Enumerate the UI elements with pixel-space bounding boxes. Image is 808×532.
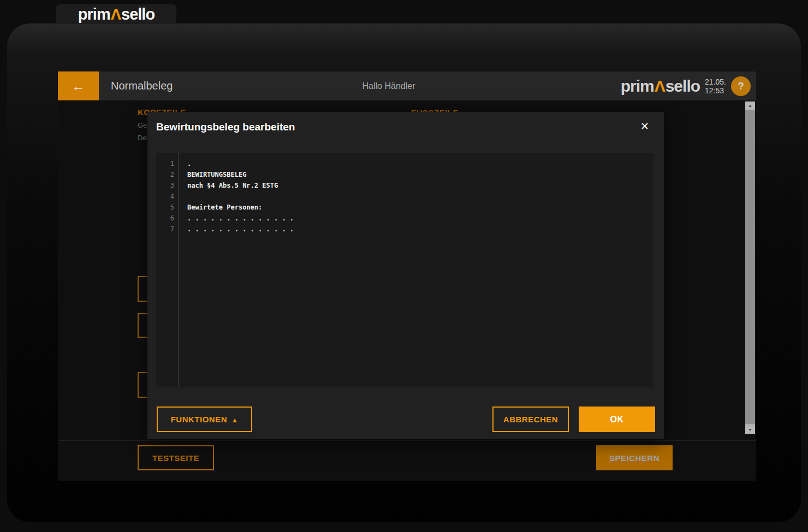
logo-caret-icon: Λ bbox=[654, 77, 666, 95]
time-text: 12:53 bbox=[705, 86, 726, 95]
ok-button[interactable]: OK bbox=[579, 407, 655, 432]
scroll-up-icon: ▲ bbox=[748, 104, 752, 107]
back-button[interactable]: ← bbox=[58, 71, 99, 100]
close-icon: ✕ bbox=[640, 121, 649, 132]
back-arrow-icon: ← bbox=[72, 79, 85, 94]
help-icon: ? bbox=[738, 80, 744, 92]
bewirtungsbeleg-dialog: Bewirtungsbeleg bearbeiten ✕ 1 2 3 4 5 6… bbox=[147, 112, 664, 439]
logo-text-suffix: sello bbox=[121, 5, 155, 23]
app-header: ← Normalbeleg Hallo Händler primΛsello 2… bbox=[58, 71, 756, 100]
help-button[interactable]: ? bbox=[731, 76, 751, 96]
scrollbar-thumb[interactable] bbox=[745, 110, 755, 424]
editor-line: nach §4 Abs.5 Nr.2 ESTG bbox=[187, 180, 653, 191]
brand-logo-tab: primΛsello bbox=[56, 4, 176, 24]
logo-text-prefix: prim bbox=[78, 5, 110, 23]
chevron-up-icon: ▲ bbox=[231, 416, 238, 424]
vertical-scrollbar[interactable]: ▲ ▼ bbox=[745, 101, 755, 434]
greeting-text: Hallo Händler bbox=[334, 71, 443, 100]
editor-text-area[interactable]: . BEWIRTUNGSBELEG nach §4 Abs.5 Nr.2 EST… bbox=[179, 153, 653, 387]
editor-line: . . . . . . . . . . . . . . bbox=[187, 224, 653, 235]
funktionen-label: FUNKTIONEN bbox=[171, 415, 227, 424]
primasello-logo: primΛsello bbox=[78, 5, 155, 23]
close-button[interactable]: ✕ bbox=[637, 118, 653, 135]
line-number: 7 bbox=[156, 224, 178, 235]
datetime-display: 21.05. 12:53 bbox=[705, 77, 726, 95]
primasello-logo-header: primΛsello bbox=[621, 77, 700, 95]
line-number-gutter: 1 2 3 4 5 6 7 bbox=[156, 153, 179, 387]
line-number: 1 bbox=[156, 158, 178, 169]
line-number: 6 bbox=[156, 213, 178, 224]
receipt-text-editor[interactable]: 1 2 3 4 5 6 7 . BEWIRTUNGSBELEG nach §4 … bbox=[156, 153, 653, 387]
line-number: 2 bbox=[156, 169, 178, 180]
editor-line bbox=[187, 191, 653, 202]
funktionen-dropdown-button[interactable]: FUNKTIONEN▲ bbox=[157, 407, 252, 432]
scrollbar-up-button[interactable]: ▲ bbox=[745, 101, 755, 110]
header-right-group: primΛsello 21.05. 12:53 ? bbox=[621, 71, 751, 100]
dialog-title: Bewirtungsbeleg bearbeiten bbox=[156, 121, 295, 133]
logo-text-prefix: prim bbox=[621, 77, 654, 95]
editor-line: BEWIRTUNGSBELEG bbox=[187, 169, 653, 180]
page-title: Normalbeleg bbox=[111, 71, 173, 100]
abbrechen-button[interactable]: ABBRECHEN bbox=[492, 407, 569, 432]
scroll-down-icon: ▼ bbox=[748, 428, 752, 432]
logo-text-suffix: sello bbox=[666, 77, 700, 95]
scrollbar-down-button[interactable]: ▼ bbox=[745, 426, 755, 434]
editor-line: . . . . . . . . . . . . . . bbox=[187, 213, 653, 224]
screen: primΛsello ← Normalbeleg Hallo Händler p… bbox=[0, 0, 808, 532]
line-number: 3 bbox=[156, 180, 178, 191]
editor-line: . bbox=[187, 158, 653, 169]
line-number: 4 bbox=[156, 191, 178, 202]
line-number: 5 bbox=[156, 202, 178, 213]
editor-line: Bewirtete Personen: bbox=[187, 202, 653, 213]
logo-caret-icon: Λ bbox=[110, 5, 121, 23]
date-text: 21.05. bbox=[705, 77, 726, 86]
